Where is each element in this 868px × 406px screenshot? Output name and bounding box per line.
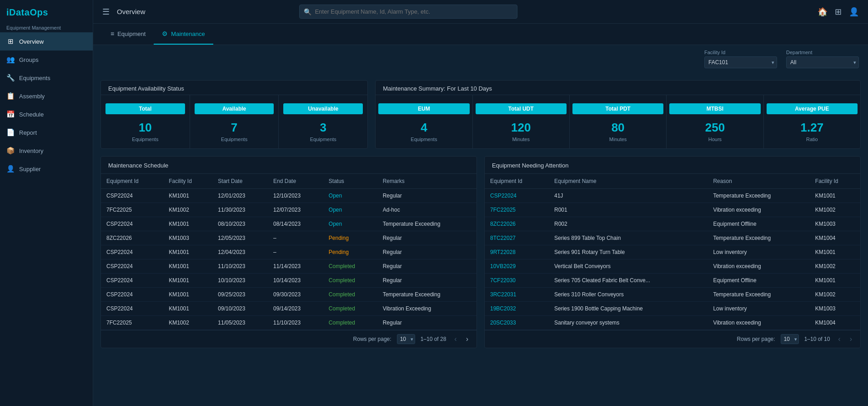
maint-stat-value: 80 (612, 121, 625, 135)
sidebar-item-label-groups: Groups (19, 56, 39, 63)
schedule-start: 12/05/2023 (212, 231, 268, 245)
schedule-start: 11/10/2023 (212, 259, 268, 274)
sidebar-item-equipments[interactable]: 🔧Equipments (0, 69, 93, 87)
attention-reason: Equipment Offline (707, 217, 809, 231)
home-icon[interactable]: 🏠 (818, 7, 828, 17)
attention-name: Series 899 Table Top Chain (549, 231, 707, 245)
avail-stat-unavailable: Unavailable3Equipments (279, 95, 367, 148)
maint-stat-sub: Ratio (806, 137, 818, 142)
attention-eq-id[interactable]: 10VB2029 (485, 259, 549, 274)
schedule-eq-id: 7FC22025 (101, 203, 163, 217)
maint-stat-label: Total UDT (476, 103, 567, 114)
topbar: ☰ Overview 🔍 🏠 ⊞ 👤 (93, 0, 868, 24)
schedule-row: CSP22024 KM1001 10/10/2023 10/14/2023 Co… (101, 274, 477, 288)
sidebar-item-schedule[interactable]: 📅Schedule (0, 105, 93, 123)
stat-value[interactable]: 7 (231, 121, 237, 135)
sidebar-item-label-supplier: Supplier (19, 166, 41, 173)
user-icon[interactable]: 👤 (849, 7, 859, 17)
app-logo: iDataOps (0, 0, 93, 21)
stat-value[interactable]: 3 (320, 121, 326, 135)
report-icon: 📄 (6, 128, 15, 137)
schedule-next-btn[interactable]: › (463, 334, 471, 344)
sidebar-item-label-schedule: Schedule (19, 111, 44, 118)
schedule-remarks: Temperature Exceeding (377, 288, 477, 302)
attention-tbody: CSP22024 41J Temperature Exceeding KM100… (485, 189, 860, 330)
attention-reason: Temperature Exceeding (707, 231, 809, 245)
grid-icon[interactable]: ⊞ (835, 7, 842, 17)
stat-value[interactable]: 10 (139, 121, 152, 135)
schedule-remarks: Regular (377, 189, 477, 203)
maint-stat-value: 4 (421, 121, 427, 135)
schedule-status: Completed (323, 274, 377, 288)
attention-reason: Low inventory (707, 245, 809, 259)
avail-stat-total: Total10Equipments (101, 95, 190, 148)
sidebar-item-inventory[interactable]: 📦Inventory (0, 142, 93, 160)
attention-eq-id[interactable]: 7FC22025 (485, 203, 549, 217)
hamburger-icon[interactable]: ☰ (102, 7, 110, 17)
sidebar-section-label: Equipment Management (0, 21, 93, 32)
schedule-remarks: Vibration Exceeding (377, 302, 477, 316)
attention-prev-btn[interactable]: ‹ (835, 334, 843, 344)
sidebar-item-assembly[interactable]: 📋Assembly (0, 87, 93, 105)
availability-card: Equipment Availability Status Total10Equ… (100, 80, 368, 149)
stat-sub: Equipments (132, 137, 158, 142)
maint-stat-label: Total PDT (572, 103, 663, 114)
schedule-end: 09/14/2023 (268, 302, 323, 316)
attention-row: 9RT22028 Series 901 Rotary Turn Table Lo… (485, 245, 860, 259)
tab-maintenance[interactable]: ⚙ Maintenance (154, 24, 213, 45)
attention-eq-id[interactable]: 19BC2032 (485, 302, 549, 316)
overview-icon: ⊞ (6, 37, 15, 46)
maint-stat-total-pdt: Total PDT80Minutes (570, 95, 667, 148)
maint-stat-sub: Equipments (411, 137, 437, 142)
avail-stat-available: Available7Equipments (190, 95, 279, 148)
attention-eq-id[interactable]: CSP22024 (485, 189, 549, 203)
facility-select[interactable]: FAC101 (704, 56, 777, 68)
stat-label: Unavailable (283, 103, 363, 114)
equipment-tab-icon: ≡ (110, 30, 114, 37)
department-select[interactable]: All (786, 56, 859, 68)
attention-facility: KM1001 (810, 274, 860, 288)
attention-eq-id[interactable]: 20SC2033 (485, 316, 549, 330)
attention-facility: KM1002 (810, 288, 860, 302)
attention-eq-id[interactable]: 3RC22031 (485, 288, 549, 302)
tab-equipment[interactable]: ≡ Equipment (102, 24, 154, 45)
attention-facility: KM1001 (810, 245, 860, 259)
assembly-icon: 📋 (6, 92, 15, 100)
search-input[interactable] (299, 5, 517, 19)
maintenance-schedule-card: Maintenance Schedule Equipment IdFacilit… (100, 156, 477, 348)
facility-filter: Facility Id FAC101 ▾ (704, 50, 777, 68)
schedule-facility: KM1002 (163, 203, 212, 217)
availability-title: Equipment Availability Status (101, 81, 367, 95)
schedule-rows-select[interactable]: 10 25 50 (397, 334, 415, 344)
attention-col-facility-id: Facility Id (810, 174, 860, 189)
attention-facility: KM1001 (810, 189, 860, 203)
attention-facility: KM1004 (810, 231, 860, 245)
sidebar-item-report[interactable]: 📄Report (0, 123, 93, 142)
attention-name: R001 (549, 203, 707, 217)
attention-name: Sanitary conveyor systems (549, 316, 707, 330)
attention-eq-id[interactable]: 8TC22027 (485, 231, 549, 245)
summary-cards: Equipment Availability Status Total10Equ… (100, 80, 861, 149)
sidebar-item-supplier[interactable]: 👤Supplier (0, 160, 93, 178)
maint-stat-eum: EUM4Equipments (376, 95, 472, 148)
attention-eq-id[interactable]: 8ZC22026 (485, 217, 549, 231)
schedule-remarks: Ad-hoc (377, 203, 477, 217)
attention-next-btn[interactable]: › (847, 334, 855, 344)
schedule-status: Completed (323, 302, 377, 316)
tables-row: Maintenance Schedule Equipment IdFacilit… (100, 156, 861, 348)
schedule-tbody: CSP22024 KM1001 12/01/2023 12/10/2023 Op… (101, 189, 477, 330)
sidebar-item-label-equipments: Equipments (19, 75, 50, 81)
department-label: Department (786, 50, 859, 55)
attention-eq-id[interactable]: 9RT22028 (485, 245, 549, 259)
sidebar-item-overview[interactable]: ⊞Overview (0, 32, 93, 51)
attention-facility: KM1002 (810, 259, 860, 274)
stat-sub: Equipments (310, 137, 336, 142)
attention-rows-select[interactable]: 10 25 50 (781, 334, 799, 344)
schedule-start: 10/10/2023 (212, 274, 268, 288)
schedule-eq-id: 8ZC22026 (101, 231, 163, 245)
schedule-prev-btn[interactable]: ‹ (452, 334, 459, 344)
attention-eq-id[interactable]: 7CF22030 (485, 274, 549, 288)
attention-pagination: Rows per page: 10 25 50 ▾ 1–10 of 10 ‹ › (485, 330, 860, 348)
schedule-remarks: Regular (377, 316, 477, 330)
sidebar-item-groups[interactable]: 👥Groups (0, 51, 93, 69)
